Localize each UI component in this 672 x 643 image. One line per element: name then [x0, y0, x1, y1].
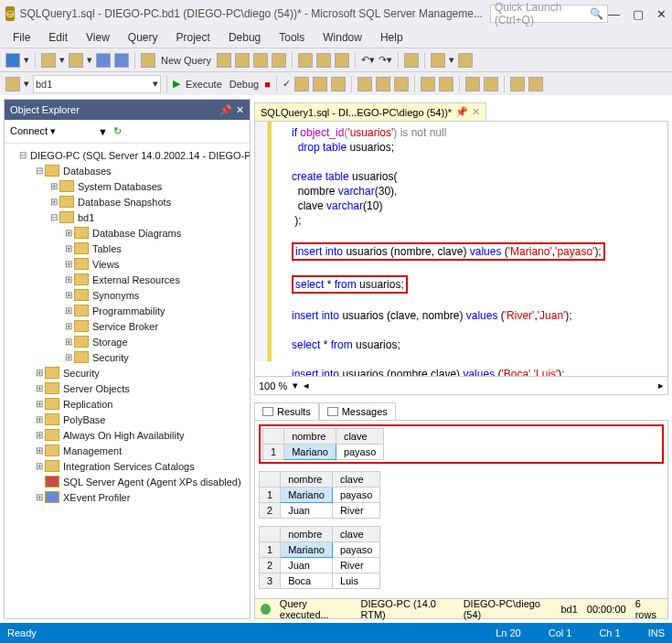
object-tree[interactable]: ⊟DIEGO-PC (SQL Server 14.0.2002.14 - DIE…	[5, 144, 250, 618]
save-icon[interactable]	[96, 53, 111, 68]
tree-bd1: ⊟bd1	[5, 209, 250, 225]
status-user: DIEGO-PC\diego (54)	[464, 598, 552, 620]
dropdown-icon[interactable]: ▾	[59, 54, 65, 66]
code-editor[interactable]: if object_id('usuarios') is not null dro…	[254, 121, 668, 377]
tb-icon[interactable]	[313, 77, 327, 91]
menu-edit[interactable]: Edit	[41, 29, 75, 46]
statusbar: Ready Ln 20 Col 1 Ch 1 INS	[0, 623, 672, 643]
menu-window[interactable]: Window	[315, 29, 369, 46]
tree-item: ⊞Integration Services Catalogs	[5, 458, 250, 474]
maximize-button[interactable]: ▢	[633, 7, 644, 21]
quick-launch[interactable]: Quick Launch (Ctrl+Q) 🔍	[490, 5, 608, 23]
tb-icon[interactable]	[294, 77, 309, 91]
status-ready: Ready	[7, 627, 37, 638]
folder-icon	[45, 445, 59, 456]
menu-debug[interactable]: Debug	[221, 29, 268, 46]
messages-tab[interactable]: Messages	[319, 402, 396, 420]
tb-icon[interactable]	[127, 125, 140, 138]
stop-icon[interactable]: ■	[264, 79, 271, 90]
object-explorer-panel: Object Explorer 📌✕ Connect ▾ ▼ ↻ ⊟DIEGO-…	[4, 99, 251, 619]
tree-item: ⊞External Resources	[5, 272, 250, 287]
pin-icon[interactable]: 📌	[219, 104, 232, 116]
panel-close-icon[interactable]: ✕	[236, 104, 244, 116]
database-selector[interactable]: bd1▾	[33, 75, 161, 93]
tree-item: ⊞Programmability	[5, 303, 250, 318]
debug-button[interactable]: Debug	[228, 79, 261, 90]
open-icon[interactable]	[69, 53, 83, 68]
success-icon	[261, 604, 271, 615]
tb-icon[interactable]	[394, 77, 409, 91]
tab-close-icon[interactable]: ✕	[472, 106, 480, 118]
tb-icon[interactable]	[357, 77, 372, 91]
execute-button[interactable]: Execute	[184, 79, 224, 90]
connect-icon[interactable]	[5, 77, 20, 91]
tb-icon[interactable]	[404, 53, 419, 68]
tree-item: SQL Server Agent (Agent XPs disabled)	[5, 474, 250, 489]
paste-icon[interactable]	[335, 53, 349, 68]
folder-icon	[45, 460, 59, 472]
zoom-value[interactable]: 100 %	[259, 380, 287, 391]
folder-icon	[74, 305, 89, 316]
tree-item: ⊞Synonyms	[5, 287, 250, 303]
redo-icon[interactable]: ↷▾	[379, 54, 392, 66]
tab-sqlquery1[interactable]: SQLQuery1.sql - DI...EGO-PC\diego (54))*…	[254, 102, 486, 121]
tb-icon[interactable]	[331, 77, 346, 91]
stop-icon[interactable]	[80, 125, 92, 138]
dropdown-icon[interactable]: ▾	[449, 54, 454, 66]
results-pane[interactable]: nombreclave 1Marianopayaso nombreclave 1…	[254, 421, 668, 599]
connect-button[interactable]: Connect ▾	[10, 125, 56, 137]
new-query-button[interactable]: New Query	[159, 55, 213, 66]
tb-icon[interactable]	[431, 53, 445, 68]
execute-icon[interactable]: ▶	[173, 78, 180, 90]
menubar: File Edit View Query Project Debug Tools…	[0, 27, 672, 48]
menu-project[interactable]: Project	[169, 29, 218, 46]
tb-icon[interactable]	[465, 77, 480, 91]
tb-icon[interactable]	[376, 77, 390, 91]
close-button[interactable]: ✕	[656, 7, 667, 21]
minimize-button[interactable]: —	[608, 7, 620, 21]
nav-dropdown-icon[interactable]: ▾	[24, 54, 29, 66]
tb-icon[interactable]	[510, 77, 525, 91]
undo-icon[interactable]: ↶▾	[361, 54, 375, 66]
tb-icon[interactable]	[217, 53, 231, 68]
cut-icon[interactable]	[298, 53, 313, 68]
tb-icon[interactable]	[439, 77, 453, 91]
scroll-right-icon[interactable]: ▸	[658, 380, 664, 391]
tb-icon[interactable]	[458, 53, 473, 68]
save-all-icon[interactable]	[114, 53, 129, 68]
messages-icon	[327, 407, 338, 416]
dropdown-icon[interactable]: ▾	[24, 78, 29, 90]
tb-icon[interactable]	[235, 53, 250, 68]
menu-view[interactable]: View	[79, 29, 117, 46]
parse-icon[interactable]: ✓	[283, 78, 291, 90]
pin-icon[interactable]: 📌	[455, 106, 468, 118]
menu-query[interactable]: Query	[121, 29, 165, 46]
tb-icon[interactable]	[421, 77, 435, 91]
copy-icon[interactable]	[316, 53, 331, 68]
object-explorer-title: Object Explorer 📌✕	[5, 100, 250, 120]
results-tab[interactable]: Results	[254, 402, 319, 420]
new-query-icon[interactable]	[141, 53, 155, 68]
filter-icon[interactable]: ▼	[98, 126, 108, 137]
zoom-dropdown-icon[interactable]: ▾	[293, 380, 298, 391]
tb-icon[interactable]	[253, 53, 268, 68]
refresh-icon[interactable]: ↻	[113, 125, 122, 137]
tree-item: ⊞Tables	[5, 241, 250, 256]
folder-icon	[74, 273, 89, 285]
scroll-left-icon[interactable]: ◂	[304, 380, 309, 391]
tb-icon[interactable]	[272, 53, 286, 68]
tree-sysdb: ⊞System Databases	[5, 178, 250, 194]
tree-item: ⊞Replication	[5, 396, 250, 412]
dropdown-icon[interactable]: ▾	[87, 54, 92, 66]
tb-icon[interactable]	[528, 77, 543, 91]
menu-tools[interactable]: Tools	[272, 29, 312, 46]
menu-file[interactable]: File	[5, 29, 37, 46]
tb-icon[interactable]	[484, 77, 498, 91]
nav-back-icon[interactable]	[5, 53, 20, 68]
folder-icon	[59, 196, 74, 208]
status-rows: 6 rows	[635, 598, 662, 620]
new-project-icon[interactable]	[41, 53, 56, 68]
disconnect-icon[interactable]	[61, 125, 74, 138]
tree-server: ⊟DIEGO-PC (SQL Server 14.0.2002.14 - DIE…	[5, 147, 250, 163]
menu-help[interactable]: Help	[373, 29, 411, 46]
